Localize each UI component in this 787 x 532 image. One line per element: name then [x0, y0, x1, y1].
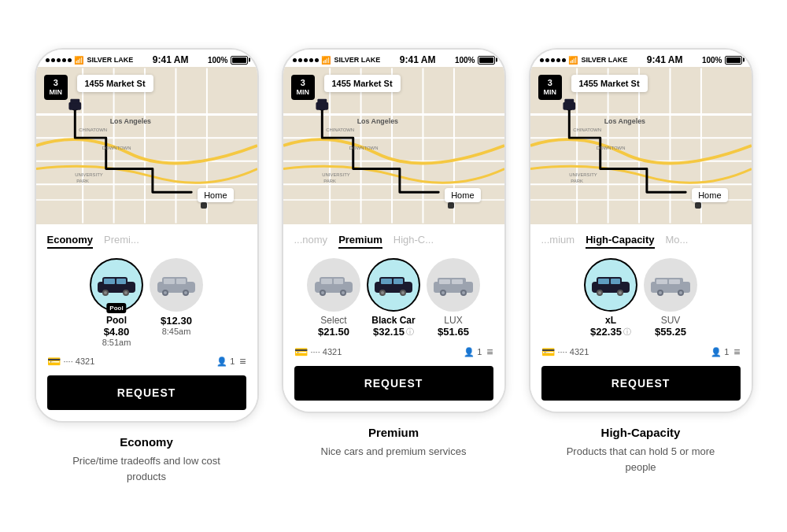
signal-dot — [46, 58, 50, 62]
car-options: Select$21.50 Black Car$32.15 ⓘ LUX$51.65 — [294, 258, 493, 338]
car-option-suv[interactable]: SUV$55.25 — [643, 258, 698, 338]
car-option-car[interactable]: $12.308:45am — [149, 258, 204, 347]
tab-mo[interactable]: Mo... — [666, 234, 689, 249]
svg-text:DOWNTOWN: DOWNTOWN — [349, 146, 378, 150]
svg-rect-64 — [381, 279, 392, 284]
car-price-row: $22.35 ⓘ — [590, 326, 631, 338]
signal-dots — [540, 58, 566, 62]
phone-label-desc: Price/time tradeoffs and low cost produc… — [60, 453, 233, 484]
status-bar: 📶 SILVER LAKE 9:41 AM 100% — [36, 50, 257, 67]
svg-point-110 — [659, 291, 662, 294]
battery-fill — [479, 57, 493, 63]
tab-premi[interactable]: Premi... — [104, 234, 139, 249]
svg-text:PARK: PARK — [571, 179, 583, 183]
phone-label-title: High-Capacity — [601, 426, 681, 439]
signal-dot — [562, 58, 566, 62]
signal-dots — [293, 58, 319, 62]
svg-rect-18 — [70, 99, 79, 104]
home-label: Home — [692, 188, 727, 202]
svg-rect-65 — [394, 279, 403, 284]
tab-nomy[interactable]: ...nomy — [294, 234, 328, 249]
svg-text:CHINATOWN: CHINATOWN — [573, 127, 601, 132]
car-option-select[interactable]: Select$21.50 — [306, 258, 361, 338]
car-icon-circle — [584, 258, 637, 312]
car-price: $22.35 — [590, 326, 622, 338]
car-price-row: $21.50 — [318, 326, 349, 338]
svg-text:PARK: PARK — [76, 179, 89, 183]
status-left: 📶 SILVER LAKE — [293, 56, 381, 65]
battery-percent: 100% — [208, 56, 228, 65]
card-number: ···· 4321 — [64, 357, 95, 366]
car-price-row: $12.30 — [161, 315, 192, 327]
car-option-lux[interactable]: LUX$51.65 — [426, 258, 481, 338]
card-number: ···· 4321 — [558, 347, 589, 357]
status-time: 9:41 AM — [400, 54, 436, 65]
car-name: Black Car — [371, 315, 415, 326]
car-options: PoolPool$4.808:51am $12.308:45am — [47, 258, 246, 347]
svg-point-32 — [164, 291, 167, 294]
carrier: SILVER LAKE — [87, 56, 134, 64]
svg-point-34 — [184, 291, 187, 294]
signal-dot — [540, 58, 544, 62]
car-icon-wrap — [427, 258, 480, 315]
car-option-xl[interactable]: xL$22.35 ⓘ — [583, 258, 638, 338]
svg-point-112 — [679, 291, 682, 294]
main-container: 📶 SILVER LAKE 9:41 AM 100% — [16, 48, 771, 484]
status-left: 📶 SILVER LAKE — [46, 56, 134, 65]
split-icon: ≡ — [239, 355, 246, 368]
signal-dot — [298, 58, 302, 62]
svg-rect-29 — [164, 279, 175, 284]
tab-highc[interactable]: High-C... — [394, 234, 434, 249]
car-name: xL — [605, 315, 616, 326]
phone-wrapper-high-capacity: 📶 SILVER LAKE 9:41 AM 100% — [527, 48, 755, 484]
eta-minutes: 3 — [50, 78, 63, 88]
signal-dot — [304, 58, 308, 62]
eta-unit: MIN — [544, 88, 557, 97]
card-icon: 💳 — [541, 345, 555, 358]
signal-dot — [545, 58, 549, 62]
status-right: 100% — [702, 56, 742, 65]
ride-card: EconomyPremi... PoolPool$4.808:51am $12.… — [36, 224, 257, 421]
tab-premium[interactable]: Premium — [338, 234, 382, 249]
status-right: 100% — [208, 56, 248, 65]
tab-economy[interactable]: Economy — [47, 234, 94, 249]
svg-point-102 — [598, 291, 601, 294]
tab-highcapacity[interactable]: High-Capacity — [586, 234, 654, 249]
car-option-pool[interactable]: PoolPool$4.808:51am — [89, 258, 144, 347]
car-options: xL$22.35 ⓘ SUV$55.25 — [541, 258, 741, 338]
request-button[interactable]: REQUEST — [47, 375, 246, 410]
ride-card: ...miumHigh-CapacityMo... xL$22.35 ⓘ SUV… — [530, 224, 752, 412]
request-button[interactable]: REQUEST — [541, 366, 741, 401]
battery-percent: 100% — [455, 56, 475, 65]
category-tabs: ...miumHigh-CapacityMo... — [541, 234, 741, 249]
phones-row: 📶 SILVER LAKE 9:41 AM 100% — [32, 48, 755, 484]
battery-fill — [726, 57, 741, 63]
signal-dot — [309, 58, 313, 62]
car-option-black-car[interactable]: Black Car$32.15 ⓘ — [366, 258, 421, 338]
request-button[interactable]: REQUEST — [294, 366, 493, 401]
payment-right: 👤 1 ≡ — [711, 345, 740, 358]
status-time: 9:41 AM — [153, 54, 189, 65]
signal-dots — [46, 58, 72, 62]
map-area: Los Angeles CHINATOWN DOWNTOWN UNIVERSIT… — [36, 67, 257, 224]
signal-dot — [57, 58, 61, 62]
svg-rect-100 — [611, 279, 620, 284]
card-icon: 💳 — [294, 345, 308, 358]
svg-point-59 — [321, 291, 324, 294]
svg-rect-57 — [334, 279, 343, 284]
svg-rect-53 — [317, 99, 327, 104]
status-right: 100% — [455, 56, 495, 65]
svg-text:UNIVERSITY: UNIVERSITY — [75, 172, 103, 177]
svg-rect-96 — [564, 99, 574, 104]
svg-rect-72 — [439, 279, 450, 284]
payment-left: 💳 ···· 4321 — [541, 345, 589, 358]
svg-text:DOWNTOWN: DOWNTOWN — [102, 146, 131, 150]
car-icon-circle — [367, 258, 420, 312]
car-price-row: $4.80 — [104, 326, 130, 338]
phone-label-title: Economy — [120, 435, 173, 449]
ride-card: ...nomyPremiumHigh-C... Select$21.50 Bla… — [283, 224, 504, 412]
status-left: 📶 SILVER LAKE — [540, 56, 628, 65]
svg-rect-21 — [104, 279, 115, 284]
car-icon-wrap — [150, 258, 203, 315]
tab-mium[interactable]: ...mium — [541, 234, 575, 249]
